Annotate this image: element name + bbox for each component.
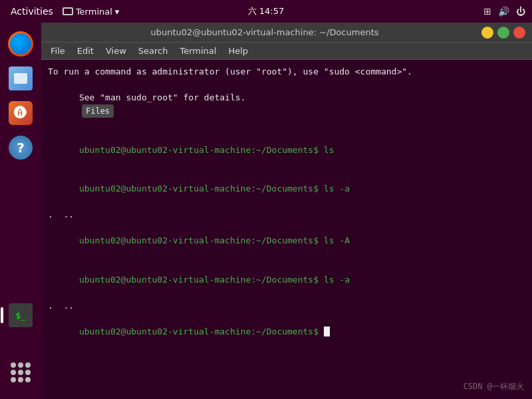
window-controls: – □ ✕ xyxy=(481,27,525,39)
terminal-cursor xyxy=(324,327,330,336)
volume-icon[interactable]: 🔊 xyxy=(498,6,509,17)
dock-item-software[interactable]: 🅐 xyxy=(5,97,37,129)
software-icon: 🅐 xyxy=(9,101,33,125)
term-output-line2: See "man sudo_root" for details. Files xyxy=(48,78,525,131)
prompt-4: ubuntu02@ubuntu02-virtual-machine:~/Docu… xyxy=(79,184,350,194)
prompt-3: ubuntu02@ubuntu02-virtual-machine:~/Docu… xyxy=(79,145,334,155)
terminal-window: ubuntu02@ubuntu02-virtual-machine: ~/Doc… xyxy=(41,23,532,399)
topbar: Activities Terminal ▾ 六 14:57 ⊞ 🔊 ⏻ xyxy=(0,0,532,23)
menu-view[interactable]: View xyxy=(100,45,132,57)
firefox-icon xyxy=(8,31,33,57)
help-icon: ? xyxy=(9,136,33,160)
term-output-line2-text: See "man sudo_root" for details. xyxy=(79,92,245,102)
terminal-app-name: Terminal xyxy=(76,7,112,17)
dock-item-terminal[interactable]: $_ xyxy=(5,299,37,331)
activities-button[interactable]: Activities xyxy=(7,5,57,18)
dock: 🅐 ? $_ xyxy=(0,23,41,399)
maximize-button[interactable]: □ xyxy=(497,27,509,39)
topbar-tray: ⊞ 🔊 ⏻ xyxy=(483,6,525,17)
topbar-datetime: 六 14:57 xyxy=(248,5,285,17)
dock-item-firefox[interactable] xyxy=(5,28,37,60)
prompt-9: ubuntu02@ubuntu02-virtual-machine:~/Docu… xyxy=(79,327,324,336)
dock-item-help[interactable]: ? xyxy=(5,132,37,164)
menu-search[interactable]: Search xyxy=(133,45,174,57)
dock-item-files[interactable] xyxy=(5,63,37,94)
prompt-6: ubuntu02@ubuntu02-virtual-machine:~/Docu… xyxy=(79,235,350,245)
menu-file[interactable]: File xyxy=(45,45,70,57)
term-output-line8: . .. xyxy=(48,299,525,313)
dropdown-arrow: ▾ xyxy=(115,7,120,17)
menu-terminal[interactable]: Terminal xyxy=(174,45,221,57)
window-titlebar: ubuntu02@ubuntu02-virtual-machine: ~/Doc… xyxy=(41,23,532,43)
term-output-line1: To run a command as administrator (user … xyxy=(48,65,525,78)
term-cmd-line7: ubuntu02@ubuntu02-virtual-machine:~/Docu… xyxy=(48,260,525,299)
dock-item-appgrid[interactable] xyxy=(5,356,37,388)
menu-edit[interactable]: Edit xyxy=(72,45,99,57)
tooltip-files: Files xyxy=(82,104,114,118)
watermark: CSDN @一杯烟火 xyxy=(464,381,524,392)
appgrid-icon xyxy=(9,360,33,384)
window-title: ubuntu02@ubuntu02-virtual-machine: ~/Doc… xyxy=(48,27,481,37)
minimize-button[interactable]: – xyxy=(481,27,493,39)
topbar-terminal-label[interactable]: Terminal ▾ xyxy=(63,7,119,17)
power-icon[interactable]: ⏻ xyxy=(516,6,525,17)
term-cmd-line3: ubuntu02@ubuntu02-virtual-machine:~/Docu… xyxy=(48,130,525,170)
term-cmd-line6: ubuntu02@ubuntu02-virtual-machine:~/Docu… xyxy=(48,221,525,261)
menu-help[interactable]: Help xyxy=(223,45,253,57)
term-output-line5: . .. xyxy=(48,208,525,221)
files-icon xyxy=(9,66,33,90)
close-button[interactable]: ✕ xyxy=(513,27,525,39)
menubar: File Edit View Search Terminal Help xyxy=(41,43,532,60)
term-cmd-line4: ubuntu02@ubuntu02-virtual-machine:~/Docu… xyxy=(48,170,525,209)
screen-icon xyxy=(63,7,73,15)
prompt-7: ubuntu02@ubuntu02-virtual-machine:~/Docu… xyxy=(79,275,350,285)
terminal-app-icon: $_ xyxy=(9,303,33,327)
topbar-left: Activities Terminal ▾ xyxy=(7,5,119,18)
terminal-content[interactable]: To run a command as administrator (user … xyxy=(41,60,532,399)
term-cmd-line9: ubuntu02@ubuntu02-virtual-machine:~/Docu… xyxy=(48,312,525,351)
network-icon[interactable]: ⊞ xyxy=(483,6,491,17)
